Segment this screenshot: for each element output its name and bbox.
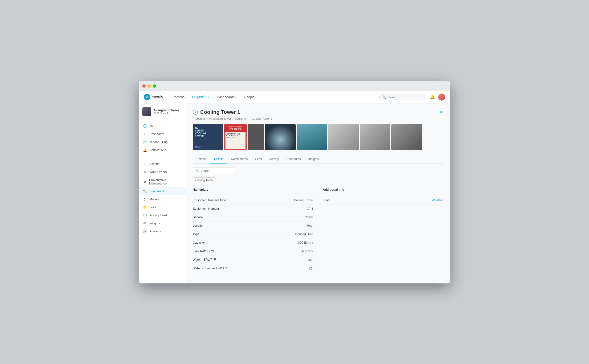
sidebar-item-label: Actions bbox=[149, 162, 160, 166]
nav-items: Portfolio Properties ▾ Dashboards ▾ Peop… bbox=[169, 91, 260, 103]
sidebar-item-equipment[interactable]: 🔧 Equipment bbox=[139, 187, 186, 195]
tab-details[interactable]: Details bbox=[210, 155, 227, 163]
search-icon: 🔍 bbox=[382, 95, 386, 99]
gallery-image-7[interactable] bbox=[360, 124, 390, 150]
activity-icon: 🕐 bbox=[143, 214, 147, 217]
info-icon: i bbox=[193, 110, 198, 115]
detail-value: Induced Draft bbox=[295, 232, 313, 236]
table-row: Service Chiller bbox=[193, 213, 313, 221]
tab-activity[interactable]: Activity bbox=[265, 155, 283, 163]
sidebar-item-tenant-billing[interactable]: 📄 Tenant Billing bbox=[139, 138, 186, 146]
bell-icon: 🔔 bbox=[143, 148, 147, 152]
detail-value: Chiller bbox=[305, 215, 313, 219]
property-avatar bbox=[142, 107, 151, 116]
nameplate-title: Nameplate bbox=[193, 188, 313, 193]
table-row: Location Roof bbox=[193, 221, 313, 230]
bell-icon[interactable]: 🔔 bbox=[430, 94, 435, 100]
property-name: Avanguard Tower bbox=[154, 108, 179, 112]
nav-properties[interactable]: Properties ▾ bbox=[188, 91, 213, 103]
breadcrumb-properties[interactable]: Properties bbox=[193, 117, 206, 120]
gallery-image-3[interactable] bbox=[248, 124, 264, 150]
equipment-icon: 🔧 bbox=[143, 189, 147, 193]
main-content: i Cooling Tower 1 ✏ Properties / Avangua… bbox=[186, 104, 450, 283]
breadcrumb: Properties / Avanguard Tower / Equipment… bbox=[193, 117, 443, 120]
detail-value: 100° bbox=[307, 258, 313, 261]
table-row: Flow Rate GPM 1600 GPM bbox=[193, 247, 313, 255]
sidebar-item-notifications[interactable]: 🔔 Notifications bbox=[139, 146, 186, 154]
search-bar[interactable]: 🔍 bbox=[379, 94, 427, 100]
close-button[interactable] bbox=[142, 84, 146, 88]
nav-people[interactable]: People ▾ bbox=[240, 91, 261, 103]
detail-value: CT-1 bbox=[307, 207, 313, 210]
sidebar-item-label: Insights bbox=[149, 221, 160, 225]
additional-info-title: Additional Info bbox=[323, 188, 443, 193]
edit-icon[interactable]: ✏ bbox=[440, 110, 443, 115]
gallery-image-8[interactable] bbox=[391, 124, 422, 150]
sidebar-item-dashboard[interactable]: ▪ Dashboard bbox=[139, 130, 186, 138]
chevron-down-icon: ▾ bbox=[236, 96, 237, 98]
logo[interactable]: e enertiv bbox=[144, 94, 163, 100]
sidebar-item-label: Dashboard bbox=[149, 132, 164, 136]
sidebar-item-insights[interactable]: 👁 Insights bbox=[139, 219, 186, 227]
maintenance-icon: ⚙ bbox=[143, 180, 147, 183]
filter-tag-cooling-tower[interactable]: Cooling Tower bbox=[193, 177, 216, 183]
avatar[interactable] bbox=[438, 94, 445, 101]
table-row: Capacity 800 EA tons bbox=[193, 238, 313, 247]
detail-value: 800 EA tons bbox=[298, 241, 313, 244]
sidebar-item-work-orders[interactable]: ✳ Work Orders bbox=[139, 168, 186, 176]
detail-sections: Nameplate Equipment Primary Type Cooling… bbox=[193, 188, 443, 273]
sidebar-item-label: Equipment bbox=[149, 189, 164, 193]
detail-label: Service bbox=[193, 215, 203, 219]
sidebar-item-label: Files bbox=[149, 205, 156, 209]
property-address: 8892 State Rd. bbox=[154, 112, 179, 115]
sidebar-item-label: Work Orders bbox=[149, 170, 167, 174]
detail-value: Cooling Tower bbox=[294, 198, 313, 202]
sidebar-item-360[interactable]: 🌐 360 bbox=[139, 122, 186, 130]
gallery-image-1[interactable]: NCSERIESCOOLINGTOWER Marley bbox=[193, 124, 223, 150]
tab-actions[interactable]: Actions bbox=[193, 155, 210, 163]
sidebar-section-main: 🌐 360 ▪ Dashboard 📄 Tenant Billing 🔔 Not… bbox=[139, 120, 186, 156]
additional-value[interactable]: Weather bbox=[432, 198, 443, 202]
gallery-image-5[interactable] bbox=[297, 124, 327, 150]
breadcrumb-avanguard[interactable]: Avanguard Tower bbox=[209, 117, 231, 120]
sidebar-item-meters[interactable]: ⊙ Meters bbox=[139, 195, 186, 203]
sidebar-item-analysis[interactable]: 📈 Analysis bbox=[139, 227, 186, 235]
nav-portfolio[interactable]: Portfolio bbox=[169, 91, 188, 103]
minimize-button[interactable] bbox=[148, 84, 151, 88]
sidebar-item-preventative-maintenance[interactable]: ⚙ Preventative Maintenance bbox=[139, 176, 186, 187]
table-row: Type Induced Draft bbox=[193, 230, 313, 238]
sidebar-item-label: Analysis bbox=[149, 229, 161, 233]
additional-info-section: Additional Info Load Weather bbox=[323, 188, 443, 273]
detail-label: Equipment Number bbox=[193, 207, 219, 210]
tab-schedules[interactable]: Schedules bbox=[283, 155, 305, 163]
tab-insights[interactable]: Insights bbox=[305, 155, 323, 163]
logo-text: enertiv bbox=[152, 95, 163, 99]
gallery-image-6[interactable] bbox=[328, 124, 359, 150]
gallery-image-2[interactable]: FOR PROPERPROCEDURE INSPECTION AND MAINT… bbox=[224, 124, 247, 150]
titlebar bbox=[139, 81, 450, 91]
analysis-icon: 📈 bbox=[143, 229, 147, 233]
tab-notifications[interactable]: Notifications bbox=[227, 155, 251, 163]
page-header: i Cooling Tower 1 ✏ bbox=[193, 109, 443, 115]
table-row: Equipment Number CT-1 bbox=[193, 204, 313, 213]
sidebar-item-activity-feed[interactable]: 🕐 Activity Feed bbox=[139, 211, 186, 219]
tab-files[interactable]: Files bbox=[251, 155, 265, 163]
sidebar-section-tools: ▫ Actions ✳ Work Orders ⚙ Preventative M… bbox=[139, 158, 186, 237]
detail-value: 85° bbox=[309, 266, 313, 270]
actions-icon: ▫ bbox=[143, 162, 147, 166]
chevron-down-icon: ▾ bbox=[208, 96, 209, 98]
sidebar-item-files[interactable]: 📁 Files bbox=[139, 203, 186, 211]
table-row: Water - Summer E.W.T °F 85° bbox=[193, 264, 313, 273]
search-input[interactable] bbox=[388, 95, 423, 99]
detail-search[interactable]: 🔍 bbox=[193, 167, 235, 174]
maximize-button[interactable] bbox=[153, 84, 156, 88]
nameplate-section: Nameplate Equipment Primary Type Cooling… bbox=[193, 188, 313, 273]
nav-dashboards[interactable]: Dashboards ▾ bbox=[213, 91, 240, 103]
sidebar-item-label: Tenant Billing bbox=[149, 140, 168, 144]
globe-icon: 🌐 bbox=[143, 124, 147, 128]
sidebar-item-actions[interactable]: ▫ Actions bbox=[139, 160, 186, 168]
breadcrumb-equipment[interactable]: Equipment bbox=[235, 117, 248, 120]
gallery-image-4[interactable] bbox=[265, 124, 296, 150]
detail-label: Water - Summer E.W.T °F bbox=[193, 266, 228, 270]
detail-search-input[interactable] bbox=[201, 169, 233, 172]
